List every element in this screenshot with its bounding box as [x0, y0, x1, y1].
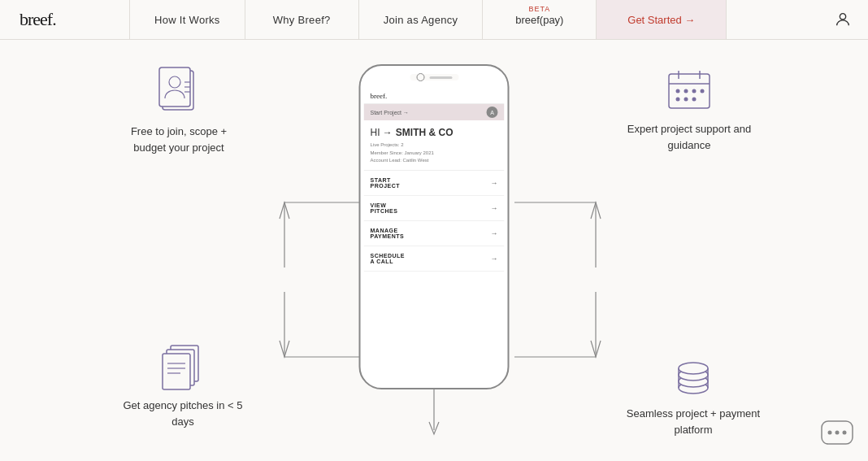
- papers-icon: [114, 341, 252, 391]
- phone-menu-start-project: START PROJECT →: [364, 171, 505, 196]
- svg-point-14: [701, 89, 705, 94]
- feature-bottom-right: Seamless project + payment platform: [616, 349, 770, 437]
- feature-bottom-left: Get agency pitches in < 5 days: [114, 341, 252, 429]
- phone-screen-header: breef.: [364, 87, 505, 104]
- phone-live-projects: Live Projects: 2: [371, 141, 498, 150]
- phone-menu-manage-payments-label: MANAGE PAYMENTS: [371, 228, 405, 239]
- phone-menu-start-project-label: START PROJECT: [371, 177, 401, 189]
- phone-notch-line: [429, 76, 452, 79]
- phone-greeting-row: HI → SMITH & CO: [364, 120, 505, 141]
- nav-links: How It Works Why Breef? Join as Agency B…: [130, 0, 818, 39]
- get-started-button[interactable]: Get Started →: [597, 0, 727, 39]
- phone-menu-schedule-call-label: SCHEDULE A CALL: [371, 253, 406, 264]
- nav-link-breef-pay-label: breef(pay): [515, 14, 563, 26]
- phone-logo: breef.: [371, 92, 388, 100]
- phone-avatar-badge: A: [487, 107, 498, 118]
- svg-point-33: [679, 363, 708, 374]
- feature-bottom-right-text: Seamless project + payment platform: [616, 406, 770, 437]
- calendar-icon: [624, 64, 754, 115]
- phone-notch: [410, 74, 458, 80]
- connector-right-up: [514, 178, 620, 276]
- feature-top-left-text: Free to join, scope + budget your projec…: [114, 124, 244, 155]
- phone-menu-view-pitches-label: VIEW PITCHES: [371, 202, 398, 214]
- phone-menu-schedule-call-arrow: →: [491, 254, 498, 263]
- phone-menu-view-pitches-arrow: →: [491, 204, 498, 212]
- svg-point-0: [840, 14, 845, 20]
- connector-bottom: [426, 389, 442, 438]
- svg-point-13: [692, 89, 697, 94]
- connector-right-down: [514, 276, 620, 381]
- chat-bubble-button[interactable]: [821, 420, 857, 450]
- connector-left-up: [260, 178, 366, 276]
- feature-top-right: Expert project support and guidance: [624, 64, 754, 153]
- phone-account-lead: Account Lead: Caitlin West: [371, 157, 498, 165]
- phone-member-since: Member Since: January 2021: [371, 150, 498, 158]
- svg-point-38: [843, 431, 847, 435]
- scroll-icon: [114, 64, 244, 117]
- phone-greeting: HI →: [371, 127, 393, 138]
- phone-mockup: breef. Start Project → A HI → SMITH & CO…: [359, 64, 510, 389]
- phone-menu-manage-payments-arrow: →: [491, 229, 498, 237]
- phone-menu-schedule-call: SCHEDULE A CALL →: [364, 246, 505, 272]
- nav-link-why-breef[interactable]: Why Breef?: [245, 0, 359, 39]
- phone-start-bar: Start Project → A: [364, 104, 505, 120]
- svg-point-11: [676, 89, 680, 94]
- phone-start-button-label: Start Project →: [371, 110, 409, 115]
- svg-point-17: [692, 98, 697, 102]
- connector-left-down: [260, 276, 366, 381]
- navbar: breef. How It Works Why Breef? Join as A…: [0, 0, 868, 40]
- nav-link-join-agency[interactable]: Join as Agency: [359, 0, 484, 39]
- nav-link-how-it-works[interactable]: How It Works: [130, 0, 245, 39]
- svg-rect-20: [163, 354, 190, 389]
- person-icon: [834, 11, 852, 28]
- coins-icon: [616, 349, 770, 399]
- main-content: Free to join, scope + budget your projec…: [0, 40, 868, 461]
- svg-point-37: [835, 431, 840, 435]
- feature-top-left: Free to join, scope + budget your projec…: [114, 64, 244, 155]
- user-icon-button[interactable]: [818, 0, 868, 39]
- svg-point-12: [684, 89, 688, 94]
- phone-screen: breef. Start Project → A HI → SMITH & CO…: [364, 87, 505, 376]
- phone-info-block: Live Projects: 2 Member Since: January 2…: [364, 141, 505, 171]
- beta-badge: BETA: [528, 5, 550, 13]
- svg-point-36: [828, 431, 832, 435]
- svg-point-16: [684, 98, 688, 102]
- logo: breef.: [0, 0, 130, 39]
- feature-top-right-text: Expert project support and guidance: [624, 121, 754, 153]
- phone-menu-start-project-arrow: →: [491, 179, 498, 187]
- phone-menu-manage-payments: MANAGE PAYMENTS →: [364, 221, 505, 246]
- phone-outer: breef. Start Project → A HI → SMITH & CO…: [359, 64, 510, 389]
- nav-link-breef-pay[interactable]: BETA breef(pay): [483, 0, 597, 39]
- feature-bottom-left-text: Get agency pitches in < 5 days: [114, 398, 252, 429]
- phone-menu-view-pitches: VIEW PITCHES →: [364, 196, 505, 221]
- phone-company-name: SMITH & CO: [396, 127, 454, 138]
- svg-point-15: [676, 98, 680, 102]
